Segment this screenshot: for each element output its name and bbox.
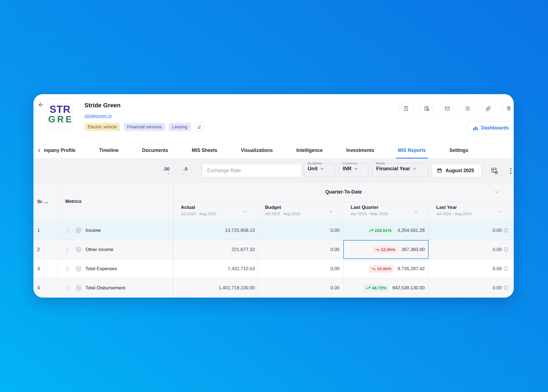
multiplier-select[interactable]: Multiplier Unit	[304, 161, 335, 177]
decrease-decimal-button[interactable]: .0 ←	[179, 165, 192, 177]
more-options-button[interactable]	[507, 166, 514, 176]
tab-investments[interactable]: Investments	[346, 142, 374, 158]
period-picker-button[interactable]: August 2025	[432, 164, 482, 177]
pencil-icon	[197, 125, 201, 129]
drag-handle-icon[interactable]	[66, 266, 69, 271]
tab-visualizations[interactable]: Visualizations	[241, 142, 273, 158]
sr-cell: 2	[33, 240, 58, 259]
column-menu-chevron[interactable]	[243, 209, 247, 214]
actual-cell[interactable]: 1,401,718,100.00	[173, 278, 258, 297]
chevron-down-icon	[354, 168, 358, 170]
bar-chart-icon	[473, 126, 478, 131]
last-quarter-cell[interactable]: 48.72% 942,538,130.00	[343, 278, 429, 297]
add-note-button[interactable]	[420, 102, 433, 115]
company-header: STR GRE Stride Green stridegreen.in Elec…	[33, 94, 514, 142]
increase-decimal-button[interactable]: .00 →	[160, 165, 173, 177]
currency-metric-icon: $	[75, 285, 82, 291]
metric-cell[interactable]: $ Other income	[58, 240, 173, 259]
budget-cell[interactable]: 0.00	[258, 278, 343, 297]
metric-cell[interactable]: $ Income	[58, 221, 173, 240]
tab-company-profile[interactable]: mpany Profile	[44, 142, 76, 158]
drag-handle-icon[interactable]	[66, 286, 69, 290]
mail-icon	[444, 105, 450, 112]
column-header-budget[interactable]: Budget Jul 2025 - Aug 2025	[258, 202, 343, 221]
reminder-button[interactable]	[461, 102, 474, 115]
row-edge-filler	[512, 278, 514, 297]
column-header-metrics[interactable]: Metrics	[58, 182, 173, 221]
drag-handle-icon[interactable]	[66, 228, 69, 233]
tab-mis-sheets[interactable]: MIS Sheets	[192, 142, 217, 158]
currency-select[interactable]: Currency INR	[339, 161, 368, 177]
chevron-down-icon	[413, 168, 416, 170]
dashboards-button-label: Dashboards	[481, 125, 509, 131]
column-menu-chevron[interactable]	[414, 209, 418, 214]
chevron-down-icon	[329, 210, 333, 213]
last-year-cell[interactable]: 0.00	[429, 259, 512, 278]
row-edge-filler	[512, 259, 514, 278]
last-quarter-cell[interactable]: 222.61% 4,254,561.28	[343, 221, 429, 240]
tabs-scroll-left-button[interactable]	[35, 142, 43, 159]
svg-text:$: $	[78, 267, 79, 271]
last-year-cell[interactable]: 0.00	[429, 240, 512, 259]
table-header: Sr. ... Metrics Quarter-To-Date Actual J…	[33, 182, 514, 221]
column-header-last-quarter[interactable]: Last Quarter Apr 2025 - May 2025	[343, 202, 429, 221]
actual-cell[interactable]: 7,431,710.53	[173, 259, 258, 278]
budget-cell[interactable]: 0.00	[258, 221, 343, 240]
actual-cell[interactable]: 221,677.32	[173, 240, 258, 259]
mode-select[interactable]: Mode Financial Year	[372, 161, 428, 177]
tasks-button[interactable]	[399, 102, 413, 115]
budget-cell[interactable]: 0.00	[258, 240, 343, 259]
info-icon[interactable]	[504, 228, 508, 233]
trend-percentage: 48.72%	[372, 286, 386, 290]
info-icon[interactable]	[504, 266, 508, 271]
table-row: 2 $ Other income 221,677.32 0.00 22.86% …	[33, 240, 514, 259]
metric-cell[interactable]: $ Total Disbursement	[58, 278, 173, 297]
company-mis-window: STR GRE Stride Green stridegreen.in Elec…	[33, 94, 514, 298]
column-header-actual[interactable]: Actual Jul 2025 - Aug 2025	[173, 202, 258, 221]
exchange-rate-input[interactable]	[202, 164, 301, 177]
trend-up-icon	[369, 229, 373, 232]
column-header-last-year[interactable]: Last Year Jul 2024 - Aug 2024	[429, 202, 512, 221]
last-year-cell[interactable]: 0.00	[429, 221, 512, 240]
last-quarter-cell[interactable]: 23.66% 9,735,287.42	[343, 259, 429, 278]
last-year-value: 0.00	[493, 266, 502, 272]
column-header-sr[interactable]: Sr. ...	[33, 182, 58, 221]
trend-percentage: 222.61%	[375, 228, 392, 233]
metric-cell[interactable]: $ Total Expenses	[58, 259, 173, 278]
column-menu-chevron[interactable]	[498, 209, 502, 214]
currency-metric-icon: $	[75, 246, 82, 253]
last-year-cell[interactable]: 0.00	[429, 278, 512, 297]
tab-mis-reports[interactable]: MIS Reports	[398, 142, 426, 158]
budget-cell[interactable]: 0.00	[258, 259, 343, 278]
last-quarter-value: 9,735,287.42	[398, 266, 425, 272]
actual-cell[interactable]: 13,725,658.13	[173, 221, 258, 240]
last-quarter-cell-selected[interactable]: 22.86% 287,383.00	[343, 240, 429, 259]
trend-badge: 48.72%	[364, 284, 389, 292]
tab-intelligence[interactable]: Intelligence	[296, 142, 322, 158]
email-button[interactable]	[441, 102, 454, 115]
group-header-quarter-to-date[interactable]: Quarter-To-Date	[173, 182, 514, 202]
delete-button[interactable]	[502, 102, 514, 115]
table-settings-button[interactable]	[489, 166, 500, 176]
report-toolbar: .00 → .0 ← Multiplier Unit Currency INR …	[33, 159, 514, 182]
column-menu-chevron[interactable]	[329, 209, 333, 214]
tag-leasing: Leasing	[169, 123, 191, 131]
edit-tags-button[interactable]	[194, 123, 204, 131]
sr-cell: 1	[33, 221, 58, 240]
tab-timeline[interactable]: Timeline	[99, 142, 119, 158]
sr-cell: 3	[33, 259, 58, 278]
group-collapse-chevron[interactable]	[495, 189, 500, 195]
last-quarter-value: 287,383.00	[401, 247, 425, 252]
tab-settings[interactable]: Settings	[449, 142, 468, 158]
note-add-icon	[424, 105, 430, 111]
tab-documents[interactable]: Documents	[142, 142, 168, 158]
trash-icon	[506, 105, 512, 111]
mode-label: Mode	[375, 161, 387, 165]
info-icon[interactable]	[504, 286, 508, 290]
trend-percentage: 22.86%	[381, 247, 395, 252]
drag-handle-icon[interactable]	[66, 247, 69, 252]
last-year-value: 0.00	[493, 285, 502, 291]
info-icon[interactable]	[504, 247, 508, 252]
attachment-button[interactable]	[482, 102, 495, 115]
dashboards-button[interactable]: Dashboards	[467, 122, 514, 134]
